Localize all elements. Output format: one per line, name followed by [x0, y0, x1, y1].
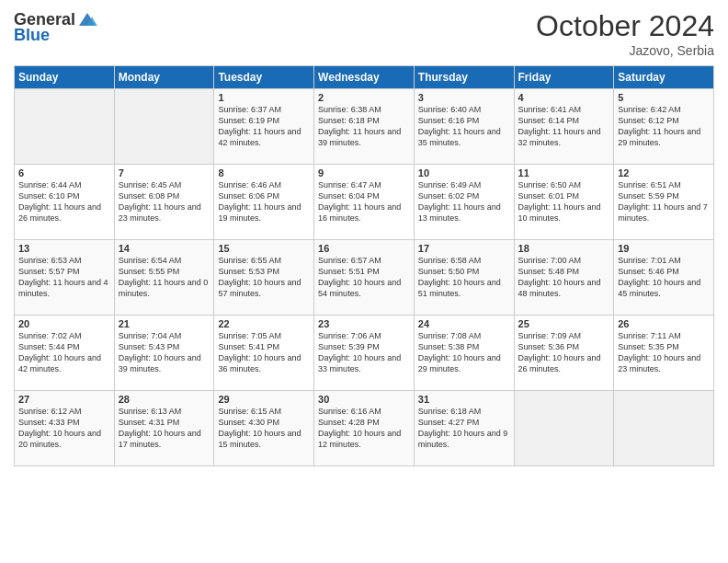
- day-number: 18: [518, 243, 610, 254]
- day-number: 14: [119, 243, 210, 254]
- day-info: Sunrise: 6:55 AM Sunset: 5:53 PM Dayligh…: [218, 255, 310, 300]
- col-header-thursday: Thursday: [414, 66, 514, 89]
- day-number: 30: [318, 394, 410, 405]
- day-info: Sunrise: 6:12 AM Sunset: 4:33 PM Dayligh…: [18, 406, 110, 451]
- calendar-cell: 16Sunrise: 6:57 AM Sunset: 5:51 PM Dayli…: [314, 240, 415, 316]
- week-row-5: 27Sunrise: 6:12 AM Sunset: 4:33 PM Dayli…: [15, 391, 714, 466]
- col-header-wednesday: Wednesday: [314, 66, 415, 89]
- calendar-cell: 11Sunrise: 6:50 AM Sunset: 6:01 PM Dayli…: [514, 165, 614, 240]
- day-number: 12: [618, 167, 710, 178]
- day-info: Sunrise: 6:58 AM Sunset: 5:50 PM Dayligh…: [418, 255, 510, 300]
- day-number: 2: [318, 92, 410, 103]
- day-number: 29: [218, 394, 310, 405]
- calendar-cell: 2Sunrise: 6:38 AM Sunset: 6:18 PM Daylig…: [314, 89, 415, 165]
- day-info: Sunrise: 6:54 AM Sunset: 5:55 PM Dayligh…: [119, 255, 210, 300]
- calendar-cell: 14Sunrise: 6:54 AM Sunset: 5:55 PM Dayli…: [114, 240, 214, 316]
- day-info: Sunrise: 7:08 AM Sunset: 5:38 PM Dayligh…: [418, 330, 510, 375]
- logo: General Blue: [14, 9, 97, 45]
- day-info: Sunrise: 6:18 AM Sunset: 4:27 PM Dayligh…: [418, 406, 510, 451]
- calendar-cell: 18Sunrise: 7:00 AM Sunset: 5:48 PM Dayli…: [514, 240, 614, 316]
- day-info: Sunrise: 7:06 AM Sunset: 5:39 PM Dayligh…: [318, 330, 410, 375]
- day-number: 1: [218, 92, 310, 103]
- day-number: 25: [518, 318, 610, 329]
- calendar-cell: 31Sunrise: 6:18 AM Sunset: 4:27 PM Dayli…: [414, 391, 514, 466]
- day-info: Sunrise: 7:04 AM Sunset: 5:43 PM Dayligh…: [119, 330, 210, 375]
- calendar-cell: 12Sunrise: 6:51 AM Sunset: 5:59 PM Dayli…: [614, 165, 714, 240]
- month-title: October 2024: [536, 9, 714, 43]
- week-row-1: 1Sunrise: 6:37 AM Sunset: 6:19 PM Daylig…: [15, 89, 714, 165]
- calendar-cell: 15Sunrise: 6:55 AM Sunset: 5:53 PM Dayli…: [214, 240, 314, 316]
- header: General Blue October 2024 Jazovo, Serbia: [14, 9, 714, 58]
- header-row: SundayMondayTuesdayWednesdayThursdayFrid…: [15, 66, 714, 89]
- day-info: Sunrise: 7:05 AM Sunset: 5:41 PM Dayligh…: [218, 330, 310, 375]
- day-number: 7: [119, 167, 210, 178]
- day-number: 27: [18, 394, 110, 405]
- day-info: Sunrise: 6:50 AM Sunset: 6:01 PM Dayligh…: [518, 179, 610, 224]
- calendar-cell: 5Sunrise: 6:42 AM Sunset: 6:12 PM Daylig…: [614, 89, 714, 165]
- calendar-cell: 19Sunrise: 7:01 AM Sunset: 5:46 PM Dayli…: [614, 240, 714, 316]
- day-info: Sunrise: 6:16 AM Sunset: 4:28 PM Dayligh…: [318, 406, 410, 451]
- calendar-cell: 4Sunrise: 6:41 AM Sunset: 6:14 PM Daylig…: [514, 89, 614, 165]
- day-number: 15: [218, 243, 310, 254]
- calendar-cell: 30Sunrise: 6:16 AM Sunset: 4:28 PM Dayli…: [314, 391, 415, 466]
- day-number: 26: [618, 318, 710, 329]
- col-header-friday: Friday: [514, 66, 614, 89]
- calendar-cell: 26Sunrise: 7:11 AM Sunset: 5:35 PM Dayli…: [614, 316, 714, 391]
- day-info: Sunrise: 6:49 AM Sunset: 6:02 PM Dayligh…: [418, 179, 510, 224]
- day-number: 6: [18, 167, 110, 178]
- day-info: Sunrise: 6:37 AM Sunset: 6:19 PM Dayligh…: [218, 104, 310, 149]
- col-header-monday: Monday: [114, 66, 214, 89]
- calendar-cell: 6Sunrise: 6:44 AM Sunset: 6:10 PM Daylig…: [15, 165, 115, 240]
- calendar-cell: [514, 391, 614, 466]
- day-number: 23: [318, 318, 410, 329]
- day-info: Sunrise: 6:41 AM Sunset: 6:14 PM Dayligh…: [518, 104, 610, 149]
- col-header-saturday: Saturday: [614, 66, 714, 89]
- day-number: 5: [618, 92, 710, 103]
- day-info: Sunrise: 6:53 AM Sunset: 5:57 PM Dayligh…: [18, 255, 110, 300]
- calendar-cell: [114, 89, 214, 165]
- calendar-cell: 22Sunrise: 7:05 AM Sunset: 5:41 PM Dayli…: [214, 316, 314, 391]
- day-info: Sunrise: 7:09 AM Sunset: 5:36 PM Dayligh…: [518, 330, 610, 375]
- col-header-sunday: Sunday: [15, 66, 115, 89]
- calendar-cell: 21Sunrise: 7:04 AM Sunset: 5:43 PM Dayli…: [114, 316, 214, 391]
- day-number: 9: [318, 167, 410, 178]
- day-number: 20: [18, 318, 110, 329]
- calendar-cell: 23Sunrise: 7:06 AM Sunset: 5:39 PM Dayli…: [314, 316, 415, 391]
- calendar-cell: 28Sunrise: 6:13 AM Sunset: 4:31 PM Dayli…: [114, 391, 214, 466]
- day-info: Sunrise: 6:42 AM Sunset: 6:12 PM Dayligh…: [618, 104, 710, 149]
- calendar-cell: 17Sunrise: 6:58 AM Sunset: 5:50 PM Dayli…: [414, 240, 514, 316]
- day-number: 13: [18, 243, 110, 254]
- calendar-cell: 8Sunrise: 6:46 AM Sunset: 6:06 PM Daylig…: [214, 165, 314, 240]
- day-info: Sunrise: 7:11 AM Sunset: 5:35 PM Dayligh…: [618, 330, 710, 375]
- calendar-cell: 10Sunrise: 6:49 AM Sunset: 6:02 PM Dayli…: [414, 165, 514, 240]
- day-info: Sunrise: 6:15 AM Sunset: 4:30 PM Dayligh…: [218, 406, 310, 451]
- calendar-table: SundayMondayTuesdayWednesdayThursdayFrid…: [14, 65, 714, 466]
- day-number: 3: [418, 92, 510, 103]
- calendar-cell: 20Sunrise: 7:02 AM Sunset: 5:44 PM Dayli…: [15, 316, 115, 391]
- day-number: 16: [318, 243, 410, 254]
- day-info: Sunrise: 6:47 AM Sunset: 6:04 PM Dayligh…: [318, 179, 410, 224]
- day-info: Sunrise: 6:57 AM Sunset: 5:51 PM Dayligh…: [318, 255, 410, 300]
- col-header-tuesday: Tuesday: [214, 66, 314, 89]
- day-info: Sunrise: 6:38 AM Sunset: 6:18 PM Dayligh…: [318, 104, 410, 149]
- day-number: 10: [418, 167, 510, 178]
- day-number: 11: [518, 167, 610, 178]
- day-info: Sunrise: 7:02 AM Sunset: 5:44 PM Dayligh…: [18, 330, 110, 375]
- calendar-cell: 24Sunrise: 7:08 AM Sunset: 5:38 PM Dayli…: [414, 316, 514, 391]
- logo-blue: Blue: [14, 26, 50, 45]
- day-info: Sunrise: 7:00 AM Sunset: 5:48 PM Dayligh…: [518, 255, 610, 300]
- day-number: 8: [218, 167, 310, 178]
- day-info: Sunrise: 6:51 AM Sunset: 5:59 PM Dayligh…: [618, 179, 710, 224]
- logo-icon: [77, 9, 97, 29]
- day-number: 19: [618, 243, 710, 254]
- day-number: 31: [418, 394, 510, 405]
- day-number: 22: [218, 318, 310, 329]
- calendar-cell: 29Sunrise: 6:15 AM Sunset: 4:30 PM Dayli…: [214, 391, 314, 466]
- location-subtitle: Jazovo, Serbia: [536, 43, 714, 58]
- day-info: Sunrise: 6:46 AM Sunset: 6:06 PM Dayligh…: [218, 179, 310, 224]
- calendar-cell: [614, 391, 714, 466]
- calendar-cell: 1Sunrise: 6:37 AM Sunset: 6:19 PM Daylig…: [214, 89, 314, 165]
- calendar-cell: 25Sunrise: 7:09 AM Sunset: 5:36 PM Dayli…: [514, 316, 614, 391]
- week-row-4: 20Sunrise: 7:02 AM Sunset: 5:44 PM Dayli…: [15, 316, 714, 391]
- day-info: Sunrise: 6:45 AM Sunset: 6:08 PM Dayligh…: [119, 179, 210, 224]
